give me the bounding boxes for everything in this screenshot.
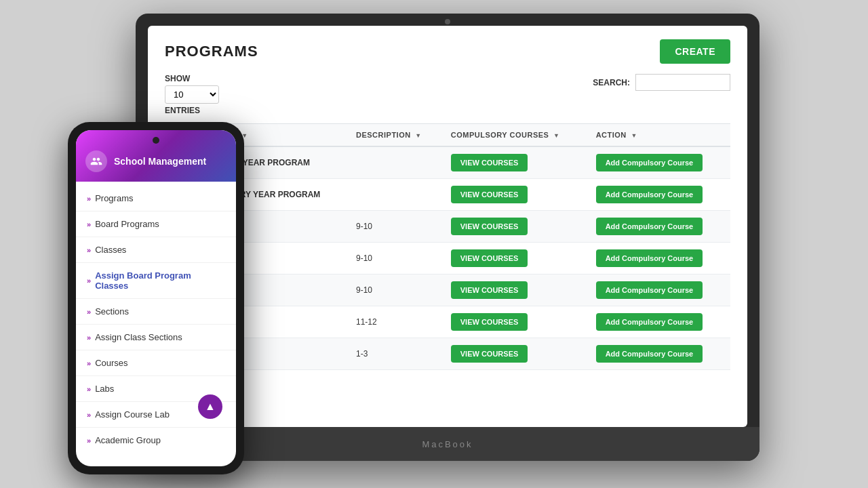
mobile-nav-item[interactable]: »Assign Class Sections (76, 326, 236, 348)
cell-action: Add Compulsory Course (588, 211, 730, 243)
cell-action: Add Compulsory Course (588, 338, 730, 370)
cell-description: 9-10 (348, 211, 443, 243)
cell-description (348, 179, 443, 211)
mobile-nav-item[interactable]: »Academic Group (76, 429, 236, 451)
entries-label: ENTRIES (165, 106, 219, 115)
view-courses-button[interactable]: VIEW COURSES (451, 249, 528, 267)
mobile-notch-dot (153, 137, 159, 144)
nav-chevron-icon: » (87, 333, 91, 342)
table-row: 2PRIMARY YEAR PROGRAMVIEW COURSESAdd Com… (165, 179, 730, 211)
nav-divider (76, 375, 236, 376)
view-courses-button[interactable]: VIEW COURSES (451, 218, 528, 235)
nav-chevron-icon: » (87, 411, 91, 419)
school-management-icon (85, 150, 107, 172)
view-courses-button[interactable]: VIEW COURSES (451, 154, 528, 171)
nav-divider (76, 324, 236, 325)
mobile-nav-item[interactable]: »Sections (76, 300, 236, 323)
nav-divider (76, 237, 236, 237)
add-compulsory-button[interactable]: Add Compulsory Course (596, 218, 703, 235)
nav-chevron-icon: » (87, 277, 91, 285)
mobile-nav-item[interactable]: »Assign Board Program Classes (76, 264, 236, 297)
col-action[interactable]: ACTION ▼ (588, 124, 730, 147)
cell-action: Add Compulsory Course (588, 179, 730, 211)
nav-chevron-icon: » (87, 308, 91, 316)
show-select[interactable]: 10 25 50 (165, 85, 219, 104)
search-label: SEARCH: (593, 78, 630, 87)
add-compulsory-button[interactable]: Add Compulsory Course (596, 345, 703, 363)
nav-divider (76, 211, 236, 211)
cell-description: 9-10 (348, 243, 443, 274)
col-description[interactable]: DESCRIPTION ▼ (348, 124, 443, 147)
table-header: ID ▲ NAME ▼ DESCRIPTION ▼ COMPULSORY COU… (165, 124, 730, 147)
nav-divider (76, 262, 236, 263)
table-row: 6IATE11-12VIEW COURSESAdd Compulsory Cou… (165, 306, 730, 338)
cell-compulsory: VIEW COURSES (443, 211, 588, 243)
col-compulsory[interactable]: COMPULSORY COURSES ▼ (443, 124, 588, 147)
mobile-nav-item[interactable]: »Programs (76, 187, 236, 209)
nav-chevron-icon: » (87, 195, 91, 203)
nav-item-label: Academic Group (95, 435, 161, 445)
nav-item-label: Classes (95, 245, 126, 255)
sort-icon-desc: ▼ (415, 132, 421, 139)
table-body: 1EARLY YEAR PROGRAMVIEW COURSESAdd Compu… (165, 146, 730, 370)
cell-compulsory: VIEW COURSES (443, 243, 588, 274)
view-courses-button[interactable]: VIEW COURSES (451, 281, 528, 299)
add-compulsory-button[interactable]: Add Compulsory Course (596, 313, 703, 331)
cell-action: Add Compulsory Course (588, 146, 730, 179)
cell-compulsory: VIEW COURSES (443, 146, 588, 179)
view-courses-button[interactable]: VIEW COURSES (451, 345, 528, 363)
search-input[interactable] (635, 74, 730, 91)
nav-item-label: Labs (95, 384, 114, 394)
table-row: 7)1-3VIEW COURSESAdd Compulsory Course (165, 338, 730, 370)
nav-item-label: Board Programs (95, 219, 159, 229)
nav-chevron-icon: » (87, 246, 91, 254)
table-row: 1EARLY YEAR PROGRAMVIEW COURSESAdd Compu… (165, 146, 730, 179)
scroll-top-icon: ▲ (205, 401, 216, 413)
add-compulsory-button[interactable]: Add Compulsory Course (596, 281, 703, 299)
view-courses-button[interactable]: VIEW COURSES (451, 313, 528, 331)
nav-chevron-icon: » (87, 385, 91, 393)
cell-description (348, 146, 443, 179)
nav-chevron-icon: » (87, 359, 91, 367)
nav-item-label: Programs (95, 193, 133, 203)
laptop-brand-label: MacBook (422, 439, 473, 449)
mobile-nav-item[interactable]: »Board Programs (76, 213, 236, 235)
nav-chevron-icon: » (87, 220, 91, 228)
cell-compulsory: VIEW COURSES (443, 179, 588, 211)
table-row: 59-10VIEW COURSESAdd Compulsory Course (165, 274, 730, 306)
laptop-notch (445, 19, 450, 24)
nav-item-label: Assign Course Lab (95, 409, 170, 420)
cell-compulsory: VIEW COURSES (443, 338, 588, 370)
programs-table: ID ▲ NAME ▼ DESCRIPTION ▼ COMPULSORY COU… (165, 123, 730, 370)
cell-action: Add Compulsory Course (588, 274, 730, 306)
controls-row: SHOW 10 25 50 ENTRIES SEARCH: (165, 74, 730, 115)
show-section: SHOW 10 25 50 ENTRIES (165, 74, 219, 115)
cell-description: 9-10 (348, 274, 443, 306)
mobile-nav-item[interactable]: »Courses (76, 352, 236, 374)
cell-action: Add Compulsory Course (588, 243, 730, 274)
mobile-header-title: School Management (114, 156, 206, 167)
nav-divider (76, 350, 236, 350)
search-section: SEARCH: (593, 74, 730, 91)
nav-item-label: Courses (95, 358, 127, 368)
cell-description: 11-12 (348, 306, 443, 338)
mobile-screen: School Management »Programs»Board Progra… (76, 130, 236, 466)
cell-action: Add Compulsory Course (588, 306, 730, 338)
create-button[interactable]: CREATE (660, 39, 730, 64)
table-row: 49-10VIEW COURSESAdd Compulsory Course (165, 243, 730, 274)
sort-icon-action: ▼ (631, 132, 637, 139)
cell-compulsory: VIEW COURSES (443, 306, 588, 338)
nav-chevron-icon: » (87, 436, 91, 445)
nav-item-label: Assign Board Program Classes (95, 270, 225, 291)
cell-compulsory: VIEW COURSES (443, 274, 588, 306)
page-title: PROGRAMS (165, 43, 258, 60)
mobile-nav-item[interactable]: »Classes (76, 239, 236, 261)
sort-icon-comp: ▼ (553, 132, 559, 139)
add-compulsory-button[interactable]: Add Compulsory Course (596, 154, 703, 171)
view-courses-button[interactable]: VIEW COURSES (451, 186, 528, 203)
add-compulsory-button[interactable]: Add Compulsory Course (596, 249, 703, 267)
add-compulsory-button[interactable]: Add Compulsory Course (596, 186, 703, 203)
nav-divider (76, 427, 236, 428)
scroll-to-top-button[interactable]: ▲ (198, 394, 222, 419)
cell-description: 1-3 (348, 338, 443, 370)
